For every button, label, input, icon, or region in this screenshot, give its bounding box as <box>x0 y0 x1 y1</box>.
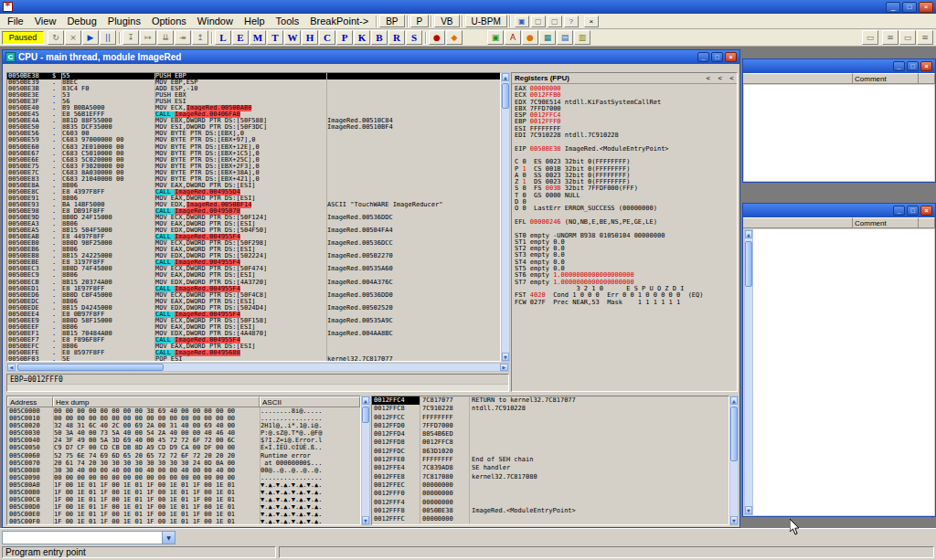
stack-row[interactable]: 0012FFE87C817080kernel32.7C817080 <box>372 473 729 481</box>
scroll-down-icon[interactable]: ▼ <box>745 506 752 514</box>
scroll-thumb[interactable] <box>745 241 752 287</box>
disasm-row[interactable]: 0050BEA3.8B06MOV EAX,DWORD PTR DS:[ESI] <box>7 221 500 227</box>
disasm-row[interactable]: 0050BEDE.8B15 D4245000MOV EDX,DWORD PTR … <box>7 305 500 312</box>
scroll-up-icon[interactable]: ▲ <box>362 396 369 405</box>
comment-window-1-body[interactable] <box>744 85 934 181</box>
highlight-icon[interactable]: ◆ <box>446 30 463 45</box>
memory-grid-icon[interactable]: ▦ <box>539 30 556 45</box>
dump-row[interactable]: 005C00D01F 00 1E 01 1F 00 1E 01 1F 00 1E… <box>7 503 360 511</box>
menu-item[interactable]: View <box>29 15 62 27</box>
list-lines2-icon[interactable]: ≡ <box>917 30 933 45</box>
window-letter-button[interactable]: B <box>371 30 388 45</box>
window-letter-button[interactable]: K <box>354 30 370 45</box>
plugin-square2-icon[interactable]: ▢ <box>548 16 562 27</box>
stack-row[interactable]: 0012FFF80050BE38ImageRed.<ModuleEntryPoi… <box>372 507 729 515</box>
disasm-row[interactable]: 0050BE3E.53PUSH EBX <box>7 92 500 99</box>
scroll-thumb[interactable] <box>730 407 738 461</box>
menu-item[interactable]: Options <box>146 15 192 27</box>
window-grid-icon[interactable]: ▤ <box>557 30 573 45</box>
window-letter-button[interactable]: L <box>215 30 231 45</box>
column-spacer[interactable] <box>743 73 853 83</box>
stack-row[interactable]: 0012FFD48054B6ED <box>372 430 729 438</box>
plugin-toolbar-button[interactable]: BP <box>379 15 404 27</box>
list-lines-icon[interactable]: ≡ <box>882 30 899 45</box>
scroll-thumb[interactable] <box>17 364 164 371</box>
disasm-row[interactable]: 0050BE98.E8 DB91F8FFCALL ImageRed.004950… <box>7 208 500 215</box>
stack-row[interactable]: 0012FFD80012FFC8 <box>372 438 729 447</box>
breakpoint-icon[interactable]: ● <box>429 30 445 45</box>
plugin-toolbar-button[interactable]: P <box>410 15 430 27</box>
disasm-row[interactable]: 0050BE40.B9 B0BA5000MOV ECX,ImageRed.005… <box>7 105 500 111</box>
registers-pane[interactable]: Registers (FPU) < < < EAX 00000000 ECX 0… <box>511 72 738 392</box>
disasm-row[interactable]: 0050BE38$55PUSH EBP <box>7 73 500 79</box>
scroll-down-icon[interactable]: ▼ <box>730 516 738 524</box>
scroll-up-icon[interactable]: ▲ <box>502 73 509 81</box>
dump-col-ascii[interactable]: ASCII <box>260 396 360 407</box>
close-button[interactable]: × <box>919 2 933 13</box>
stack-row[interactable]: 0012FFCCFFFFFFFF <box>372 414 729 422</box>
stack-row[interactable]: 0012FFD07FFD7000 <box>372 422 729 430</box>
disasm-row[interactable]: 0050BE60.C683 2E010000 00MOV BYTE PTR DS… <box>7 144 500 151</box>
comment-window-2-titlebar[interactable]: _ □ × <box>743 204 935 217</box>
scroll-left-icon[interactable]: ◀ <box>7 364 16 371</box>
disasm-hscrollbar[interactable]: ◀ ▶ <box>6 363 509 372</box>
window-letter-button[interactable]: M <box>250 30 266 45</box>
register-line[interactable]: O 0 LastErr ERROR_SUCCESS (00000000) <box>515 206 737 212</box>
cpu-minimize-button[interactable]: _ <box>697 52 709 62</box>
dump-col-address[interactable]: Address <box>7 396 53 407</box>
disasm-row[interactable]: 0050BEB6.8B06MOV EAX,DWORD PTR DS:[ESI] <box>7 247 500 253</box>
register-line[interactable]: EFL 00000246 (NO,NB,E,BE,NS,PE,GE,LE) <box>515 219 737 226</box>
disasm-row[interactable]: 0050BEB0.8B0D 98F25000MOV ECX,DWORD PTR … <box>7 240 500 247</box>
maximize-button[interactable]: □ <box>902 2 917 13</box>
comment-column-header[interactable]: Comment <box>853 217 919 227</box>
disasm-row[interactable]: 0050BEE4.E8 0B97F8FFCALL ImageRed.004955… <box>7 312 500 318</box>
dump-row[interactable]: 005C000000 00 00 00 00 00 00 00 38 69 40… <box>7 407 360 415</box>
stack-row[interactable]: 0012FFF400000000 <box>372 499 729 507</box>
disasm-vscrollbar[interactable]: ▲ ▼ <box>501 72 510 362</box>
execute-till-return-icon[interactable]: ↥ <box>192 30 208 45</box>
disasm-row[interactable]: 0050BEA5.8B15 504F5000MOV EDX,DWORD PTR … <box>7 227 500 234</box>
menu-item[interactable]: Plugins <box>102 15 146 27</box>
comment-window-1-titlebar[interactable]: _ □ × <box>743 59 935 73</box>
comment-column-header[interactable]: Comment <box>853 73 919 83</box>
menu-item[interactable]: Debug <box>61 15 101 27</box>
menu-item[interactable]: BreakPoint-> <box>304 15 374 27</box>
window-letter-button[interactable]: W <box>284 30 301 45</box>
cpu-window-titlebar[interactable]: C CPU - main thread, module ImageRed _ □… <box>3 50 739 64</box>
disasm-row[interactable]: 0050BE91.8B06MOV EAX,DWORD PTR DS:[ESI] <box>7 195 500 202</box>
menu-item[interactable]: File <box>2 15 29 27</box>
disasm-row[interactable]: 0050BE93.BA 14BF5000MOV EDX,ImageRed.005… <box>7 202 500 208</box>
plugin-grid-icon[interactable]: ▣ <box>515 16 529 27</box>
disasm-row[interactable]: 0050BE8C.E8 4397F8FFCALL ImageRed.004955… <box>7 189 500 195</box>
menu-item[interactable]: Window <box>192 15 239 27</box>
disasm-row[interactable]: 0050BEC3.8B0D 74F45000MOV ECX,DWORD PTR … <box>7 266 500 272</box>
stack-row[interactable]: 0012FFE47C839AD8SE handler <box>372 464 729 472</box>
disasm-row[interactable]: 0050BE8A.8B06MOV EAX,DWORD PTR DS:[ESI] <box>7 183 500 189</box>
plugin-toolbar-button[interactable]: VB <box>434 15 459 27</box>
stack-vscrollbar[interactable]: ▲ ▼ <box>729 396 739 525</box>
menu-item[interactable]: Help <box>239 15 271 27</box>
log-grid-icon[interactable]: ▥ <box>574 30 590 45</box>
register-line[interactable]: EIP 0050BE38 ImageRed.<ModuleEntryPoint> <box>515 146 737 153</box>
disasm-row[interactable]: 0050BECB.8B15 20374A00MOV EDX,DWORD PTR … <box>7 280 500 286</box>
disasm-row[interactable]: 0050BE83.C683 21040000 00MOV BYTE PTR DS… <box>7 176 500 183</box>
stack-row[interactable]: 0012FFEC00000000 <box>372 481 729 490</box>
cpu-maximize-button[interactable]: □ <box>711 52 723 62</box>
dump-pane[interactable]: AddressHex dumpASCII 005C000000 00 00 00… <box>6 396 361 525</box>
disasm-row[interactable]: 0050BE67.C683 C5010000 00MOV BYTE PTR DS… <box>7 151 500 157</box>
scroll-up-icon[interactable]: ▲ <box>730 396 738 405</box>
disasm-row[interactable]: 0050BE7C.C683 8A030000 00MOV BYTE PTR DS… <box>7 170 500 176</box>
disasm-row[interactable]: 0050BE45.E8 56B1EFFFCALL ImageRed.00406F… <box>7 111 500 118</box>
stack-pane[interactable]: 0012FFC47C817077RETURN to kernel32.7C817… <box>371 396 729 525</box>
disasm-row[interactable]: 0050BEDC.8B06MOV EAX,DWORD PTR DS:[ESI] <box>7 299 500 305</box>
window-letter-button[interactable]: C <box>319 30 335 45</box>
scroll-thumb[interactable] <box>502 83 509 109</box>
scroll-thumb[interactable] <box>362 407 369 423</box>
registers-prev3-icon[interactable]: < <box>729 74 734 82</box>
mdi-close-icon[interactable]: × <box>584 16 599 27</box>
window-letter-button[interactable]: P <box>336 30 353 45</box>
dump-row[interactable]: 005C009000 00 00 00 00 00 00 00 00 00 00… <box>7 474 360 481</box>
dump-row[interactable]: 005C001000 00 00 00 00 00 00 00 00 00 00… <box>7 415 360 422</box>
disasm-row[interactable]: 0050BE59.C683 97000000 00MOV BYTE PTR DS… <box>7 137 500 143</box>
trace-over-icon[interactable]: ↠ <box>175 30 191 45</box>
